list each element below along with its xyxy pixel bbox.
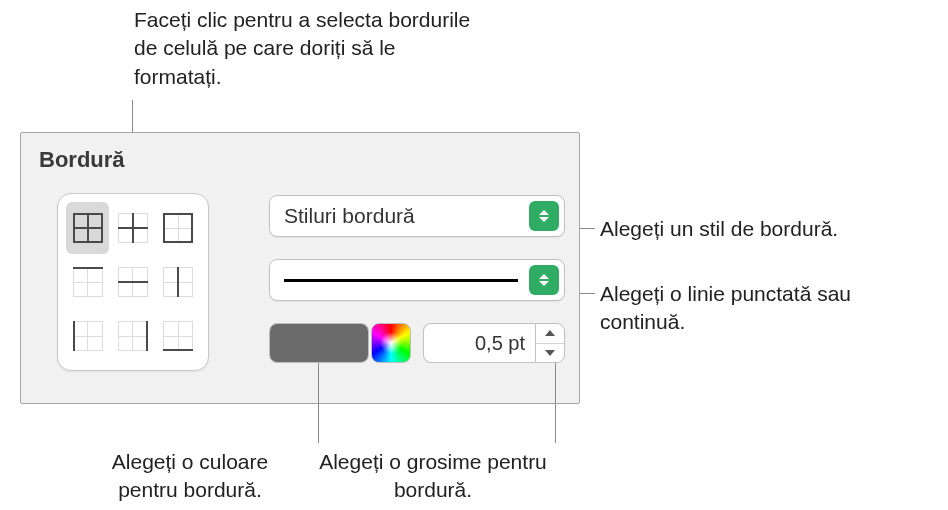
border-inner-horizontal[interactable] xyxy=(111,256,154,308)
callout-leader-line xyxy=(580,228,595,229)
chevron-up-down-icon xyxy=(529,265,559,295)
border-bottom[interactable] xyxy=(157,310,200,362)
chevron-up-down-icon xyxy=(529,201,559,231)
border-selection-grid xyxy=(57,193,209,371)
border-thickness-stepper: 0,5 pt xyxy=(423,323,565,363)
stepper-up-button[interactable] xyxy=(536,324,564,343)
callout-line-type: Alegeți o linie punctată sau continuă. xyxy=(600,280,940,337)
border-all[interactable] xyxy=(66,202,109,254)
color-swatch xyxy=(270,324,368,362)
stepper-buttons xyxy=(535,323,565,363)
callout-leader-line xyxy=(555,363,556,443)
panel-title: Bordură xyxy=(39,147,125,173)
callout-leader-line xyxy=(580,293,595,294)
color-wheel-icon[interactable] xyxy=(371,323,411,363)
callout-border-thickness: Alegeți o grosime pentru bordură. xyxy=(318,448,548,505)
border-outside[interactable] xyxy=(157,202,200,254)
border-line-type-dropdown[interactable] xyxy=(269,259,565,301)
border-inside[interactable] xyxy=(111,202,154,254)
callout-leader-line xyxy=(318,363,319,443)
callout-select-borders: Faceți clic pentru a selecta bordurile d… xyxy=(134,6,484,91)
border-thickness-value: 0,5 pt xyxy=(475,332,525,355)
border-inner-vertical[interactable] xyxy=(157,256,200,308)
border-color-well[interactable] xyxy=(269,323,369,363)
border-style-dropdown-label: Stiluri bordură xyxy=(284,204,415,228)
stepper-down-button[interactable] xyxy=(536,343,564,363)
callout-border-style: Alegeți un stil de bordură. xyxy=(600,215,940,243)
border-right[interactable] xyxy=(111,310,154,362)
line-preview-solid xyxy=(284,279,518,282)
border-thickness-field[interactable]: 0,5 pt xyxy=(423,323,535,363)
border-top[interactable] xyxy=(66,256,109,308)
border-style-dropdown[interactable]: Stiluri bordură xyxy=(269,195,565,237)
callout-border-color: Alegeți o culoare pentru bordură. xyxy=(80,448,300,505)
border-left[interactable] xyxy=(66,310,109,362)
border-panel: Bordură xyxy=(20,132,580,404)
